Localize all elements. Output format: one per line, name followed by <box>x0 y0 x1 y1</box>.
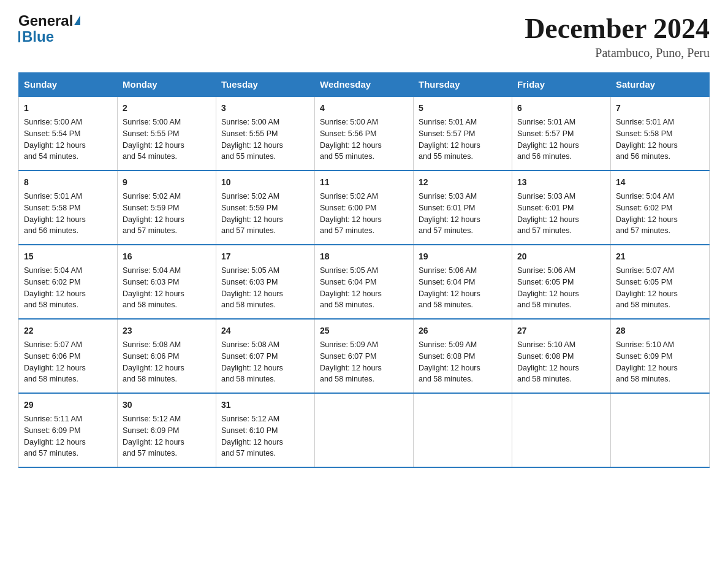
calendar-cell: 2Sunrise: 5:00 AMSunset: 5:55 PMDaylight… <box>118 96 216 170</box>
sunrise-text: Sunrise: 5:12 AM <box>123 415 181 423</box>
calendar-header-row: SundayMondayTuesdayWednesdayThursdayFrid… <box>19 73 710 97</box>
sunset-text: Sunset: 6:05 PM <box>517 278 574 286</box>
calendar-cell: 5Sunrise: 5:01 AMSunset: 5:57 PMDaylight… <box>414 96 512 170</box>
daylight-minutes: and 58 minutes. <box>221 301 276 309</box>
daylight-text: Daylight: 12 hours <box>24 215 86 224</box>
logo-triangle-icon <box>74 15 80 25</box>
daylight-minutes: and 57 minutes. <box>123 226 177 235</box>
sunrise-text: Sunrise: 5:06 AM <box>517 266 575 275</box>
sunset-text: Sunset: 5:57 PM <box>517 129 574 138</box>
day-number: 3 <box>221 102 309 115</box>
day-number: 24 <box>221 324 309 337</box>
daylight-text: Daylight: 12 hours <box>24 141 86 150</box>
day-number: 30 <box>123 399 211 412</box>
daylight-text: Daylight: 12 hours <box>419 141 480 150</box>
daylight-text: Daylight: 12 hours <box>123 215 184 224</box>
calendar-cell: 23Sunrise: 5:08 AMSunset: 6:06 PMDayligh… <box>118 319 216 393</box>
daylight-minutes: and 58 minutes. <box>123 375 177 383</box>
sunrise-text: Sunrise: 5:00 AM <box>123 118 181 126</box>
month-title: December 2024 <box>525 12 710 45</box>
day-number: 8 <box>24 176 112 189</box>
sunset-text: Sunset: 6:02 PM <box>616 204 672 212</box>
day-number: 11 <box>320 176 408 189</box>
day-number: 1 <box>24 102 112 115</box>
day-number: 29 <box>24 399 112 412</box>
daylight-minutes: and 57 minutes. <box>419 226 473 235</box>
daylight-text: Daylight: 12 hours <box>24 438 86 446</box>
sunrise-text: Sunrise: 5:03 AM <box>517 192 575 201</box>
daylight-minutes: and 58 minutes. <box>221 375 276 383</box>
page-header: General Blue December 2024 Patambuco, Pu… <box>18 12 710 60</box>
daylight-text: Daylight: 12 hours <box>616 141 678 150</box>
sunrise-text: Sunrise: 5:10 AM <box>616 340 674 349</box>
calendar-cell: 11Sunrise: 5:02 AMSunset: 6:00 PMDayligh… <box>315 170 414 245</box>
daylight-text: Daylight: 12 hours <box>221 438 283 446</box>
daylight-minutes: and 55 minutes. <box>419 152 473 161</box>
daylight-minutes: and 58 minutes. <box>616 301 670 309</box>
logo: General Blue <box>18 12 80 45</box>
day-number: 6 <box>517 102 605 115</box>
calendar-week-row: 8Sunrise: 5:01 AMSunset: 5:58 PMDaylight… <box>19 170 710 245</box>
daylight-text: Daylight: 12 hours <box>616 215 678 224</box>
day-number: 10 <box>221 176 309 189</box>
daylight-minutes: and 58 minutes. <box>517 301 572 309</box>
sunrise-text: Sunrise: 5:00 AM <box>320 118 378 126</box>
calendar-cell: 14Sunrise: 5:04 AMSunset: 6:02 PMDayligh… <box>611 170 710 245</box>
logo-blue-line <box>18 31 20 42</box>
logo-text-blue: Blue <box>22 28 54 45</box>
logo-text-general: General <box>18 12 73 29</box>
calendar-cell: 18Sunrise: 5:05 AMSunset: 6:04 PMDayligh… <box>315 245 414 319</box>
header-cell-friday: Friday <box>512 73 611 97</box>
daylight-text: Daylight: 12 hours <box>419 289 480 298</box>
day-number: 19 <box>419 250 507 263</box>
daylight-text: Daylight: 12 hours <box>320 141 382 150</box>
sunset-text: Sunset: 6:08 PM <box>419 352 475 361</box>
day-number: 22 <box>24 324 112 337</box>
calendar-cell: 28Sunrise: 5:10 AMSunset: 6:09 PMDayligh… <box>611 319 710 393</box>
calendar-cell: 22Sunrise: 5:07 AMSunset: 6:06 PMDayligh… <box>19 319 118 393</box>
sunset-text: Sunset: 6:06 PM <box>123 352 179 361</box>
sunset-text: Sunset: 6:01 PM <box>419 204 475 212</box>
day-number: 21 <box>616 250 704 263</box>
sunset-text: Sunset: 6:09 PM <box>123 426 179 435</box>
daylight-minutes: and 55 minutes. <box>221 152 276 161</box>
daylight-text: Daylight: 12 hours <box>221 289 283 298</box>
sunrise-text: Sunrise: 5:01 AM <box>419 118 477 126</box>
calendar-cell <box>512 393 611 467</box>
calendar-cell: 6Sunrise: 5:01 AMSunset: 5:57 PMDaylight… <box>512 96 611 170</box>
daylight-text: Daylight: 12 hours <box>419 364 480 372</box>
sunrise-text: Sunrise: 5:00 AM <box>24 118 82 126</box>
calendar-cell: 29Sunrise: 5:11 AMSunset: 6:09 PMDayligh… <box>19 393 118 467</box>
day-number: 20 <box>517 250 605 263</box>
sunset-text: Sunset: 5:58 PM <box>24 204 80 212</box>
sunset-text: Sunset: 6:04 PM <box>419 278 475 286</box>
day-number: 23 <box>123 324 211 337</box>
sunrise-text: Sunrise: 5:07 AM <box>24 340 82 349</box>
sunset-text: Sunset: 6:07 PM <box>320 352 376 361</box>
sunrise-text: Sunrise: 5:07 AM <box>616 266 674 275</box>
calendar-cell: 12Sunrise: 5:03 AMSunset: 6:01 PMDayligh… <box>414 170 512 245</box>
sunset-text: Sunset: 5:58 PM <box>616 129 672 138</box>
sunset-text: Sunset: 5:55 PM <box>221 129 278 138</box>
sunrise-text: Sunrise: 5:05 AM <box>221 266 279 275</box>
sunrise-text: Sunrise: 5:12 AM <box>221 415 279 423</box>
calendar-week-row: 22Sunrise: 5:07 AMSunset: 6:06 PMDayligh… <box>19 319 710 393</box>
sunset-text: Sunset: 6:09 PM <box>24 426 80 435</box>
sunrise-text: Sunrise: 5:00 AM <box>221 118 279 126</box>
daylight-minutes: and 57 minutes. <box>24 449 78 458</box>
sunrise-text: Sunrise: 5:09 AM <box>320 340 378 349</box>
daylight-text: Daylight: 12 hours <box>221 215 283 224</box>
day-number: 15 <box>24 250 112 263</box>
sunset-text: Sunset: 6:10 PM <box>221 426 278 435</box>
calendar-cell: 19Sunrise: 5:06 AMSunset: 6:04 PMDayligh… <box>414 245 512 319</box>
day-number: 27 <box>517 324 605 337</box>
daylight-minutes: and 58 minutes. <box>320 301 374 309</box>
sunset-text: Sunset: 5:59 PM <box>221 204 278 212</box>
daylight-text: Daylight: 12 hours <box>221 141 283 150</box>
day-number: 18 <box>320 250 408 263</box>
daylight-text: Daylight: 12 hours <box>320 364 382 372</box>
day-number: 5 <box>419 102 507 115</box>
sunset-text: Sunset: 6:01 PM <box>517 204 574 212</box>
calendar-table: SundayMondayTuesdayWednesdayThursdayFrid… <box>18 72 710 468</box>
sunrise-text: Sunrise: 5:02 AM <box>123 192 181 201</box>
